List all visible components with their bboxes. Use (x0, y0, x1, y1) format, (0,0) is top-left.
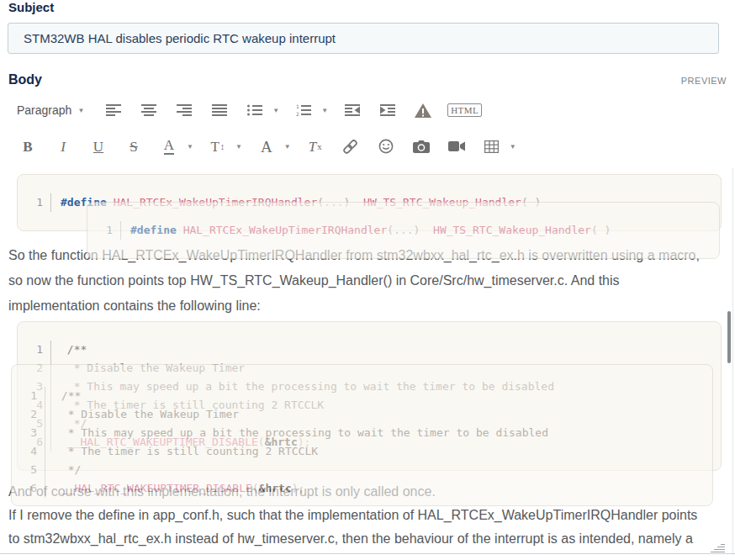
body-label: Body (8, 72, 42, 87)
code-text: */ (45, 461, 81, 479)
insert-emoji-button[interactable] (375, 135, 397, 158)
increase-indent-button[interactable] (377, 98, 399, 122)
code-line: 1 /** (12, 387, 712, 405)
toolbar-row-1: Paragraph ▼ ▼ 12 ▼ (17, 98, 495, 123)
text-line: so now the function points top HW_TS_RTC… (8, 268, 722, 293)
paragraph-style-dropdown[interactable]: Paragraph ▼ (17, 103, 84, 117)
line-number: 3 (12, 424, 45, 442)
font-family-caret[interactable]: ▼ (284, 143, 291, 151)
code-text: * Disable the Wakeup Timer (45, 405, 239, 424)
line-number: 1 (18, 193, 51, 212)
table-icon (484, 140, 499, 153)
html-source-button[interactable]: HTML (447, 98, 482, 122)
clear-formatting-icon: T (309, 140, 316, 154)
insert-table-button[interactable] (481, 135, 503, 158)
line-number: 2 (12, 405, 45, 424)
paragraph-style-label: Paragraph (17, 103, 71, 117)
spoiler-warning-button[interactable] (412, 98, 434, 122)
text-line: If I remove the define in app_conf.h, su… (8, 504, 722, 527)
link-icon (342, 139, 358, 155)
font-size-arrows-icon: ↕ (220, 141, 225, 151)
font-size-button[interactable]: T↕ (207, 135, 229, 158)
subject-label: Subject (8, 0, 54, 14)
numbered-list-options-caret[interactable]: ▼ (321, 107, 328, 114)
align-right-button[interactable] (173, 98, 195, 122)
drag-ghost-code-block-define-macro: 1#define HAL_RTCEx_WakeUpTimerIRQHandler… (87, 202, 720, 259)
editor-resize-handle[interactable] (710, 542, 725, 553)
video-camera-icon (448, 140, 465, 152)
insert-photo-button[interactable] (410, 135, 432, 158)
numbered-list-button[interactable]: 12 (293, 98, 315, 122)
code-text: /** (51, 341, 87, 359)
line-number: 5 (12, 461, 45, 479)
table-options-caret[interactable]: ▼ (510, 143, 516, 151)
align-left-button[interactable] (103, 98, 124, 122)
text-line: to stm32wbxx_hal_rtc_ex.h instead of hw_… (8, 527, 722, 551)
text-color-caret[interactable]: ▼ (187, 143, 193, 151)
strikethrough-button[interactable]: S (123, 135, 145, 158)
bullet-list-button[interactable] (244, 98, 266, 122)
code-line: 6 __HAL_RTC_WAKEUPTIMER_DISABLE(&hrtc); (12, 479, 712, 498)
line-number: 1 (12, 387, 45, 405)
body-editor-area[interactable]: 1#define HAL_RTCEx_WakeUpTimerIRQHandler… (0, 168, 735, 555)
font-family-button[interactable]: A (256, 135, 278, 158)
line-number: 4 (12, 442, 45, 461)
html-badge: HTML (447, 103, 482, 117)
align-center-button[interactable] (138, 98, 160, 122)
text-line: implementation contains the following li… (8, 293, 722, 319)
font-size-icon: T (210, 140, 219, 154)
line-number: 1 (18, 341, 51, 359)
code-text: * This may speed up a bit the processing… (45, 424, 548, 442)
align-justify-icon (212, 104, 227, 116)
code-line: 4 * The timer is still counting 2 RTCCLK (12, 442, 712, 461)
editor-bottom-border (0, 553, 735, 554)
italic-button[interactable]: I (52, 135, 74, 158)
decrease-indent-button[interactable] (341, 98, 363, 122)
clear-formatting-button[interactable]: Tx (304, 135, 326, 158)
code-line: 5 */ (12, 461, 712, 479)
bold-icon: B (23, 140, 32, 154)
align-center-icon (141, 104, 156, 116)
code-text: #define HAL_RTCEx_WakeUpTimerIRQHandler(… (121, 221, 611, 240)
align-left-icon (106, 104, 121, 116)
smiley-icon (378, 139, 394, 154)
drag-ghost-code-block-disable-wakeup: 1 /**2 * Disable the Wakeup Timer3 * Thi… (11, 364, 713, 506)
insert-link-button[interactable] (340, 135, 362, 158)
increase-indent-icon (380, 104, 395, 116)
line-number: 1 (87, 221, 121, 240)
warning-triangle-icon (415, 103, 431, 118)
code-line: 1 /** (18, 341, 721, 359)
code-line: 2 * Disable the Wakeup Timer (12, 405, 712, 424)
code-text: __HAL_RTC_WAKEUPTIMER_DISABLE(&hrtc); (45, 479, 304, 498)
toolbar-row-2: B I U S A ▼ T↕ ▼ A ▼ Tx (17, 132, 530, 161)
italic-icon: I (61, 140, 66, 154)
line-number: 6 (12, 479, 45, 498)
bullet-list-icon (247, 104, 262, 116)
bullet-list-options-caret[interactable]: ▼ (272, 107, 279, 114)
editor-right-border (732, 168, 733, 555)
subject-input[interactable] (8, 23, 719, 54)
preview-button[interactable]: PREVIEW (681, 76, 727, 87)
bold-button[interactable]: B (17, 135, 39, 158)
text-color-button[interactable]: A (158, 135, 180, 158)
code-text: * The timer is still counting 2 RTCCLK (45, 442, 318, 461)
decrease-indent-icon (345, 104, 360, 116)
font-size-caret[interactable]: ▼ (235, 143, 242, 151)
font-family-icon: A (261, 139, 272, 155)
text-color-icon: A (164, 138, 174, 155)
strikethrough-icon: S (130, 140, 137, 154)
numbered-list-icon: 12 (296, 104, 311, 117)
body-header-row: Body PREVIEW (8, 72, 727, 87)
align-justify-button[interactable] (209, 98, 230, 122)
code-text: /** (45, 387, 81, 405)
chevron-down-icon: ▼ (77, 107, 84, 114)
editor-scrollbar-thumb[interactable] (727, 311, 731, 363)
svg-text:2: 2 (296, 111, 299, 117)
code-line: 3 * This may speed up a bit the processi… (12, 424, 712, 442)
underline-button[interactable]: U (87, 135, 109, 158)
underline-icon: U (93, 140, 103, 154)
post-editor-screen: Subject Body PREVIEW Paragraph ▼ ▼ 12 ▼ (0, 0, 735, 560)
insert-video-button[interactable] (446, 135, 468, 158)
svg-text:1: 1 (296, 104, 299, 109)
code-line: 1#define HAL_RTCEx_WakeUpTimerIRQHandler… (87, 221, 719, 240)
